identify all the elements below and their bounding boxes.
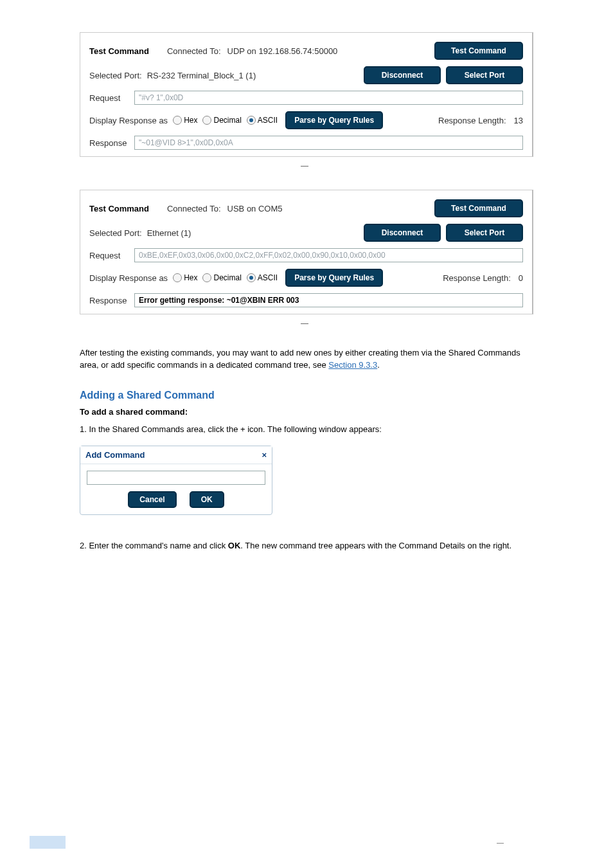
selected-port-value: Ethernet (1) [147, 228, 191, 238]
command-name-input[interactable] [87, 471, 265, 485]
section-heading: Adding a Shared Command [80, 390, 533, 401]
parse-by-query-rules-button[interactable]: Parse by Query Rules [285, 269, 383, 287]
radio-hex-label: Hex [184, 116, 197, 125]
connected-to-value: UDP on 192.168.56.74:50000 [227, 46, 338, 56]
request-input[interactable]: "#v? 1",0x0D [134, 91, 523, 105]
radio-icon [202, 116, 211, 125]
disconnect-button[interactable]: Disconnect [364, 224, 441, 242]
parse-by-query-rules-button[interactable]: Parse by Query Rules [285, 111, 383, 129]
step-2-a: 2. Enter the command's name and click [80, 541, 228, 550]
connected-to-label: Connected To: [167, 204, 221, 213]
panel-title: Test Command [89, 46, 149, 56]
response-output: Error getting response: ~01@XBIN ERR 003 [134, 293, 523, 307]
test-command-button[interactable]: Test Command [434, 199, 523, 217]
test-command-panel-1: Test Command Connected To: UDP on 192.16… [80, 32, 533, 157]
to-add-label: To add a shared command: [80, 406, 533, 419]
radio-ascii-label: ASCII [258, 116, 278, 125]
figure-caption-3: x [80, 521, 533, 531]
response-length-value: 0 [519, 273, 523, 283]
step-1: 1. In the Shared Commands area, click th… [80, 424, 533, 436]
radio-ascii[interactable]: ASCII [247, 273, 278, 282]
radio-ascii[interactable]: ASCII [247, 116, 278, 125]
figure-caption-2: — [80, 318, 533, 328]
test-command-button[interactable]: Test Command [434, 42, 523, 60]
selected-port-label: Selected Port: [89, 71, 142, 80]
page-footer-text: — [497, 838, 504, 846]
section-link[interactable]: Section 9.3.3 [328, 360, 377, 370]
request-label: Request [89, 251, 134, 260]
disconnect-button[interactable]: Disconnect [364, 66, 441, 84]
select-port-button[interactable]: Select Port [446, 66, 523, 84]
connected-to-value: USB on COM5 [227, 204, 283, 213]
test-command-panel-2: Test Command Connected To: USB on COM5 T… [80, 190, 533, 314]
radio-icon [173, 116, 182, 125]
cancel-button[interactable]: Cancel [128, 491, 176, 508]
radio-decimal-label: Decimal [213, 116, 241, 125]
response-length-value: 13 [514, 116, 523, 125]
select-port-button[interactable]: Select Port [446, 224, 523, 242]
selected-port-value: RS-232 Terminal_Block_1 (1) [147, 71, 256, 80]
radio-icon [173, 273, 182, 282]
step-2: 2. Enter the command's name and click OK… [80, 540, 533, 552]
radio-icon [247, 273, 256, 282]
radio-hex[interactable]: Hex [173, 273, 197, 282]
radio-hex[interactable]: Hex [173, 116, 197, 125]
radio-hex-label: Hex [184, 273, 197, 282]
response-label: Response [89, 296, 134, 305]
intro-text: After testing the existing commands, you… [80, 348, 520, 370]
footer-mark [30, 836, 66, 849]
intro-end: . [377, 360, 380, 370]
selected-port-label: Selected Port: [89, 228, 142, 238]
modal-title: Add Command [85, 450, 145, 460]
request-label: Request [89, 93, 134, 103]
radio-decimal[interactable]: Decimal [202, 273, 241, 282]
display-response-as-label: Display Response as [89, 116, 168, 125]
step-2-b: OK [228, 541, 241, 550]
radio-icon [202, 273, 211, 282]
radio-decimal[interactable]: Decimal [202, 116, 241, 125]
ok-button[interactable]: OK [190, 491, 224, 508]
intro-paragraph: After testing the existing commands, you… [80, 347, 533, 372]
radio-decimal-label: Decimal [213, 273, 241, 282]
response-length-label: Response Length: [443, 273, 511, 283]
connected-to-label: Connected To: [167, 46, 221, 56]
response-output: "~01@VID 8>1",0x0D,0x0A [134, 136, 523, 150]
response-label: Response [89, 138, 134, 148]
figure-caption-1: —Figure 128: Device Driver Editor – Test… [80, 161, 533, 170]
add-command-modal: Add Command × Cancel OK [80, 446, 272, 515]
display-response-as-label: Display Response as [89, 273, 168, 283]
panel-title: Test Command [89, 204, 149, 213]
radio-ascii-label: ASCII [258, 273, 278, 282]
radio-icon [247, 116, 256, 125]
step-2-c: . The new command tree appears with the … [240, 541, 511, 550]
request-input[interactable]: 0xBE,0xEF,0x03,0x06,0x00,0xC2,0xFF,0x02,… [134, 248, 523, 262]
close-icon[interactable]: × [262, 450, 267, 460]
response-length-label: Response Length: [438, 116, 506, 125]
